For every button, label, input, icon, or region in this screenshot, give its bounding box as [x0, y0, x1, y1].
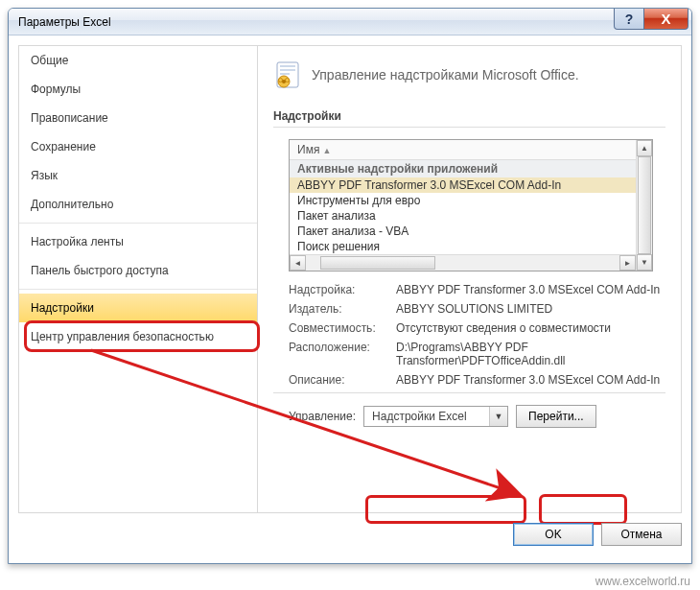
detail-value-description: ABBYY PDF Transformer 3.0 MSExcel COM Ad… — [396, 373, 665, 387]
list-group-active: Активные надстройки приложений — [290, 160, 652, 177]
detail-label-location: Расположение: — [289, 341, 396, 367]
sidebar-item-addins[interactable]: Надстройки — [19, 294, 257, 322]
sidebar-item-advanced[interactable]: Дополнительно — [19, 190, 257, 219]
scroll-down-button[interactable]: ▼ — [637, 254, 652, 271]
svg-point-6 — [286, 79, 290, 83]
detail-label-publisher: Издатель: — [289, 302, 396, 316]
ok-button[interactable]: OK — [513, 523, 594, 546]
sidebar-item-language[interactable]: Язык — [19, 161, 257, 190]
scroll-right-button[interactable]: ► — [619, 255, 636, 271]
detail-value-location: D:\Programs\ABBYY PDF Transformer\PDFTOf… — [396, 341, 665, 367]
window-controls: ? X — [614, 9, 688, 30]
scroll-track[interactable] — [306, 255, 619, 271]
horizontal-scrollbar[interactable]: ◄ ► — [290, 254, 636, 271]
sort-arrow-icon: ▲ — [322, 146, 331, 155]
detail-label-addin: Надстройка: — [289, 283, 396, 296]
dialog-footer: OK Отмена — [18, 523, 682, 552]
sidebar-separator — [19, 289, 257, 290]
detail-label-compat: Совместимость: — [289, 321, 396, 335]
list-item[interactable]: Инструменты для евро — [290, 193, 652, 208]
section-label-addins: Надстройки — [273, 109, 665, 123]
list-item[interactable]: ABBYY PDF Transformer 3.0 MSExcel COM Ad… — [290, 177, 652, 193]
close-button[interactable]: X — [644, 9, 688, 30]
manage-row: Управление: Надстройки Excel ▼ Перейти..… — [289, 405, 665, 428]
scroll-thumb[interactable] — [638, 156, 651, 254]
watermark-text: www.excelworld.ru — [595, 575, 690, 588]
sidebar-item-quick-access[interactable]: Панель быстрого доступа — [19, 256, 257, 285]
sidebar-item-trust-center[interactable]: Центр управления безопасностью — [19, 322, 257, 351]
section-rule — [273, 392, 665, 393]
cancel-button[interactable]: Отмена — [601, 523, 682, 546]
scroll-up-button[interactable]: ▲ — [637, 140, 652, 156]
list-item[interactable]: Пакет анализа — [290, 208, 652, 224]
titlebar: Параметры Excel ? X — [9, 9, 691, 35]
manage-combobox[interactable]: Надстройки Excel ▼ — [363, 406, 508, 427]
content-title: Управление надстройками Microsoft Office… — [312, 67, 579, 83]
addins-listbox[interactable]: Имя▲ Активные надстройки приложений ABBY… — [289, 139, 653, 271]
list-item[interactable]: Пакет анализа - VBA — [290, 224, 652, 239]
dialog-window: Параметры Excel ? X Общие Формулы Правоп… — [8, 8, 692, 564]
sidebar-item-proofing[interactable]: Правописание — [19, 104, 257, 132]
svg-rect-1 — [280, 65, 295, 67]
list-column-name: Имя — [297, 143, 319, 156]
scroll-left-button[interactable]: ◄ — [290, 255, 306, 271]
help-button[interactable]: ? — [614, 9, 644, 30]
addin-details: Надстройка: ABBYY PDF Transformer 3.0 MS… — [289, 283, 665, 387]
manage-label: Управление: — [289, 410, 356, 423]
addins-icon — [273, 59, 304, 90]
scroll-track[interactable] — [637, 156, 652, 254]
sidebar-item-customize-ribbon[interactable]: Настройка ленты — [19, 227, 257, 256]
list-item[interactable]: Поиск решения — [290, 239, 652, 254]
detail-value-compat: Отсутствуют сведения о совместимости — [396, 321, 665, 335]
annotation-ring-combo — [365, 495, 526, 524]
window-title: Параметры Excel — [18, 15, 111, 29]
content-header: Управление надстройками Microsoft Office… — [273, 59, 665, 90]
annotation-ring-go — [539, 494, 627, 525]
list-column-header[interactable]: Имя▲ — [290, 140, 652, 160]
scroll-thumb[interactable] — [320, 256, 435, 270]
detail-value-publisher: ABBYY SOLUTIONS LIMITED — [396, 302, 665, 316]
go-button[interactable]: Перейти... — [516, 405, 596, 428]
detail-label-description: Описание: — [289, 373, 396, 387]
vertical-scrollbar[interactable]: ▲ ▼ — [636, 140, 652, 271]
manage-combo-value: Надстройки Excel — [364, 407, 489, 426]
content-pane: Управление надстройками Microsoft Office… — [258, 45, 682, 513]
svg-rect-3 — [280, 73, 290, 75]
sidebar-separator — [19, 223, 257, 224]
sidebar-item-formulas[interactable]: Формулы — [19, 75, 257, 104]
section-rule — [273, 127, 665, 128]
sidebar: Общие Формулы Правописание Сохранение Яз… — [18, 45, 258, 513]
sidebar-item-general[interactable]: Общие — [19, 46, 257, 75]
chevron-down-icon[interactable]: ▼ — [489, 407, 507, 426]
svg-point-5 — [279, 79, 283, 83]
dialog-body: Общие Формулы Правописание Сохранение Яз… — [18, 45, 682, 513]
svg-rect-2 — [280, 69, 295, 71]
detail-value-addin: ABBYY PDF Transformer 3.0 MSExcel COM Ad… — [396, 283, 665, 296]
svg-point-7 — [282, 80, 286, 83]
sidebar-item-save[interactable]: Сохранение — [19, 132, 257, 161]
